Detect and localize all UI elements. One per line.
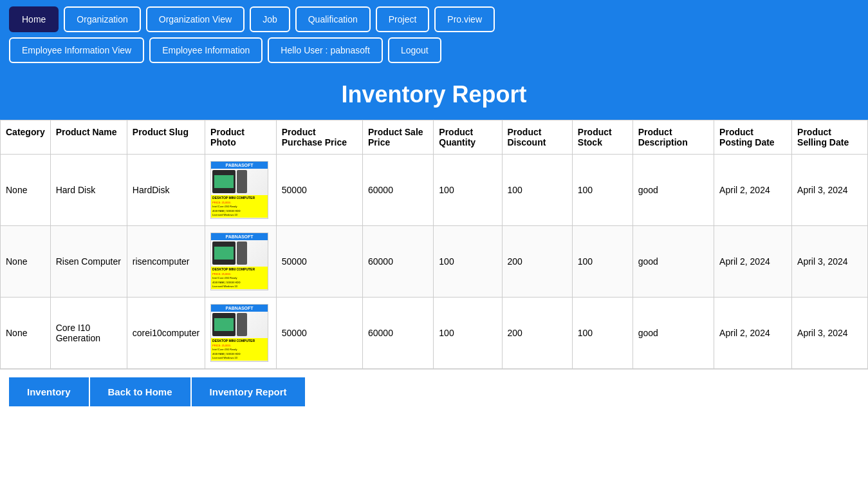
nav-row-2: Employee Information ViewEmployee Inform…: [9, 37, 859, 63]
table-cell: 50000: [276, 298, 362, 369]
col-header: Product Purchase Price: [276, 120, 362, 155]
nav-btn-home[interactable]: Home: [9, 6, 59, 32]
table-cell: April 3, 2024: [792, 226, 868, 298]
col-header: Product Discount: [502, 120, 572, 155]
nav-btn-hello-user[interactable]: Hello User : pabnasoft: [268, 37, 383, 63]
col-header: Product Slug: [127, 120, 205, 155]
table-cell: 200: [502, 226, 572, 298]
nav-btn-project[interactable]: Project: [376, 6, 430, 32]
col-header: Product Posting Date: [714, 120, 792, 155]
table-cell: April 2, 2024: [714, 226, 792, 298]
col-header: Product Photo: [205, 120, 277, 155]
table-cell: PABNASOFT DESKTOP MINI COMPUTER PRICE: 2…: [205, 155, 277, 226]
table-cell: April 2, 2024: [714, 155, 792, 226]
table-cell: 200: [502, 298, 572, 369]
table-cell: good: [633, 298, 714, 369]
table-cell: 50000: [276, 155, 362, 226]
table-cell: April 2, 2024: [714, 298, 792, 369]
table-cell: 100: [434, 298, 502, 369]
col-header: Product Sale Price: [363, 120, 434, 155]
product-photo: PABNASOFT DESKTOP MINI COMPUTER PRICE: 2…: [210, 232, 268, 290]
product-photo: PABNASOFT DESKTOP MINI COMPUTER PRICE: 2…: [210, 161, 268, 219]
col-header: Product Name: [50, 120, 127, 155]
footer-btn-back-to-home[interactable]: Back to Home: [90, 377, 192, 406]
table-cell: None: [1, 226, 51, 298]
table-cell: 100: [434, 155, 502, 226]
table-cell: HardDisk: [127, 155, 205, 226]
page-title: Inventory Report: [0, 70, 868, 120]
table-cell: risencomputer: [127, 226, 205, 298]
footer-bar: InventoryBack to HomeInventory Report: [0, 369, 868, 414]
product-photo: PABNASOFT DESKTOP MINI COMPUTER PRICE: 2…: [210, 304, 268, 362]
col-header: Product Quantity: [434, 120, 502, 155]
table-cell: Risen Computer: [50, 226, 127, 298]
table-cell: April 3, 2024: [792, 155, 868, 226]
table-cell: None: [1, 155, 51, 226]
nav-btn-pro-view[interactable]: Pro.view: [434, 6, 495, 32]
nav-row-1: HomeOrganizationOrganization ViewJobQual…: [9, 6, 859, 32]
nav-btn-qualification[interactable]: Qualification: [295, 6, 371, 32]
table-cell: Core I10 Generation: [50, 298, 127, 369]
inventory-table-container: CategoryProduct NameProduct SlugProduct …: [0, 120, 868, 369]
table-row: NoneCore I10 Generationcorei10computer P…: [1, 298, 868, 369]
col-header: Product Description: [633, 120, 714, 155]
table-cell: 100: [572, 298, 633, 369]
footer-btn-inventory-report[interactable]: Inventory Report: [192, 377, 305, 406]
col-header: Product Stock: [572, 120, 633, 155]
table-cell: good: [633, 155, 714, 226]
table-cell: 100: [572, 226, 633, 298]
table-cell: 60000: [363, 298, 434, 369]
table-cell: PABNASOFT DESKTOP MINI COMPUTER PRICE: 2…: [205, 298, 277, 369]
table-cell: 100: [502, 155, 572, 226]
table-cell: Hard Disk: [50, 155, 127, 226]
table-cell: 100: [434, 226, 502, 298]
col-header: Category: [1, 120, 51, 155]
nav-bar: HomeOrganizationOrganization ViewJobQual…: [0, 0, 868, 70]
nav-btn-employee-information-view[interactable]: Employee Information View: [9, 37, 144, 63]
table-row: NoneRisen Computerrisencomputer PABNASOF…: [1, 226, 868, 298]
col-header: Product Selling Date: [792, 120, 868, 155]
nav-btn-employee-information[interactable]: Employee Information: [149, 37, 263, 63]
table-cell: PABNASOFT DESKTOP MINI COMPUTER PRICE: 2…: [205, 226, 277, 298]
table-cell: 60000: [363, 226, 434, 298]
table-cell: good: [633, 226, 714, 298]
table-cell: April 3, 2024: [792, 298, 868, 369]
table-cell: corei10computer: [127, 298, 205, 369]
nav-btn-job[interactable]: Job: [250, 6, 290, 32]
table-cell: 50000: [276, 226, 362, 298]
footer-btn-inventory[interactable]: Inventory: [9, 377, 90, 406]
table-cell: 60000: [363, 155, 434, 226]
table-cell: 100: [572, 155, 633, 226]
table-cell: None: [1, 298, 51, 369]
nav-btn-organization[interactable]: Organization: [64, 6, 140, 32]
inventory-table: CategoryProduct NameProduct SlugProduct …: [0, 120, 868, 369]
nav-btn-logout[interactable]: Logout: [388, 37, 441, 63]
table-row: NoneHard DiskHardDisk PABNASOFT D: [1, 155, 868, 226]
nav-btn-organization-view[interactable]: Organization View: [146, 6, 245, 32]
